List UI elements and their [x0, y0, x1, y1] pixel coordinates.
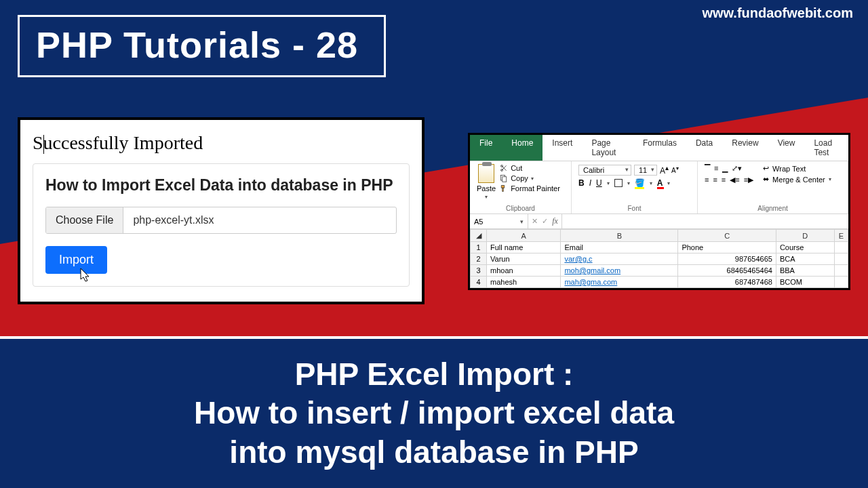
cell[interactable]: BCOM: [776, 277, 834, 288]
cell[interactable]: moh@gmail.com: [561, 265, 678, 277]
cell[interactable]: mahesh: [487, 277, 561, 288]
row-header[interactable]: 1: [471, 242, 487, 253]
font-size-select[interactable]: 11: [634, 165, 657, 176]
cell[interactable]: BBA: [776, 265, 834, 277]
formula-bar: A5▾ ✕✓fx: [470, 214, 848, 229]
cell[interactable]: Email: [561, 242, 678, 253]
tab-view[interactable]: View: [768, 135, 805, 161]
cell[interactable]: mah@gma.com: [561, 277, 678, 288]
ribbon-tabs: FileHomeInsertPage LayoutFormulasDataRev…: [470, 135, 848, 161]
align-left-icon[interactable]: ≡: [705, 176, 709, 184]
font-group: Calibri 11 A▴ A▾ B I U▾ ▾ 🪣▾ A▾ Font: [572, 161, 698, 214]
underline-button[interactable]: U: [596, 178, 602, 188]
indent-decrease-icon[interactable]: ◀≡: [730, 176, 739, 184]
italic-button[interactable]: I: [589, 178, 591, 188]
footer-text: PHP Excel Import : How to insert / impor…: [194, 355, 674, 472]
php-form-panel: Successfully Imported How to Import Exce…: [18, 117, 425, 304]
chevron-down-icon: ▾: [485, 194, 488, 200]
col-header[interactable]: B: [561, 230, 678, 242]
excel-panel: FileHomeInsertPage LayoutFormulasDataRev…: [468, 133, 850, 290]
wrap-text-button[interactable]: ↩Wrap Text: [763, 164, 831, 173]
cursor-icon: [78, 267, 92, 283]
align-center-icon[interactable]: ≡: [713, 176, 717, 184]
cell[interactable]: 68465465464: [678, 265, 776, 277]
fx-cancel-icon[interactable]: ✕: [532, 217, 538, 226]
fx-confirm-icon[interactable]: ✓: [542, 217, 548, 226]
copy-button[interactable]: Copy ▾: [500, 174, 560, 182]
cell[interactable]: Varun: [487, 253, 561, 265]
paste-button[interactable]: Paste ▾: [477, 164, 496, 200]
clipboard-group: Paste ▾ Cut Copy ▾ Format Painter Clipbo…: [470, 161, 572, 214]
cell[interactable]: 987654665: [678, 253, 776, 265]
ribbon: Paste ▾ Cut Copy ▾ Format Painter Clipbo…: [470, 161, 848, 214]
font-name-select[interactable]: Calibri: [578, 165, 631, 176]
alignment-group-label: Alignment: [705, 205, 841, 212]
formula-input[interactable]: [562, 214, 848, 228]
merge-center-button[interactable]: ⬌Merge & Center ▾: [763, 175, 831, 184]
tab-formulas[interactable]: Formulas: [633, 135, 686, 161]
col-header[interactable]: D: [776, 230, 834, 242]
cell[interactable]: var@g.c: [561, 253, 678, 265]
tab-file[interactable]: File: [470, 135, 502, 161]
fill-color-button[interactable]: 🪣: [635, 178, 645, 188]
header-title: PHP Tutorials - 28: [36, 24, 358, 66]
font-color-button[interactable]: A: [657, 178, 663, 188]
import-card: How to Import Excel Data into database i…: [33, 163, 410, 287]
col-header[interactable]: C: [678, 230, 776, 242]
cell[interactable]: Full name: [487, 242, 561, 253]
align-bottom-icon[interactable]: ▁: [722, 164, 728, 173]
row-header[interactable]: 2: [471, 253, 487, 265]
tab-data[interactable]: Data: [686, 135, 722, 161]
clipboard-group-label: Clipboard: [477, 205, 564, 212]
tab-page-layout[interactable]: Page Layout: [582, 135, 633, 161]
cell[interactable]: BCA: [776, 253, 834, 265]
paste-icon: [478, 164, 494, 183]
format-painter-button[interactable]: Format Painter: [500, 184, 560, 192]
row-header[interactable]: 4: [471, 277, 487, 288]
tab-load-test[interactable]: Load Test: [804, 135, 848, 161]
cell[interactable]: [834, 242, 848, 253]
border-button[interactable]: [614, 179, 623, 187]
wrap-icon: ↩: [763, 164, 769, 173]
col-header[interactable]: A: [487, 230, 561, 242]
cell[interactable]: [834, 277, 848, 288]
align-middle-icon[interactable]: ≡: [714, 164, 718, 173]
fx-icon[interactable]: fx: [552, 216, 558, 226]
cell[interactable]: Phone: [678, 242, 776, 253]
align-right-icon[interactable]: ≡: [722, 176, 726, 184]
row-header[interactable]: 3: [471, 265, 487, 277]
decrease-font-icon[interactable]: A▾: [671, 165, 679, 174]
cell[interactable]: 687487468: [678, 277, 776, 288]
site-url: www.fundaofwebit.com: [702, 5, 853, 21]
merge-icon: ⬌: [763, 175, 769, 184]
tab-review[interactable]: Review: [722, 135, 768, 161]
spreadsheet[interactable]: ◢ABCDE 1Full nameEmailPhoneCourse2Varunv…: [470, 229, 848, 288]
brush-icon: [500, 184, 508, 192]
increase-font-icon[interactable]: A▴: [660, 164, 669, 176]
orientation-icon[interactable]: ⤢▾: [732, 164, 742, 173]
cell[interactable]: [834, 265, 848, 277]
choose-file-button[interactable]: Choose File: [46, 207, 123, 233]
font-group-label: Font: [578, 205, 690, 212]
alignment-group: ▔ ≡ ▁ ⤢▾ ≡ ≡ ≡ ◀≡ ≡▶ ↩Wrap Text ⬌: [698, 161, 848, 214]
cell[interactable]: Course: [776, 242, 834, 253]
cut-button[interactable]: Cut: [500, 164, 560, 172]
tab-home[interactable]: Home: [502, 135, 542, 161]
paste-label: Paste: [477, 184, 496, 192]
align-top-icon[interactable]: ▔: [705, 164, 710, 173]
header-title-bar: PHP Tutorials - 28: [18, 15, 386, 77]
name-box[interactable]: A5▾: [470, 214, 528, 228]
indent-increase-icon[interactable]: ≡▶: [744, 176, 753, 184]
select-all-corner[interactable]: ◢: [471, 230, 487, 242]
footer-banner: PHP Excel Import : How to insert / impor…: [0, 336, 868, 488]
cell[interactable]: mhoan: [487, 265, 561, 277]
file-input[interactable]: Choose File php-excel-yt.xlsx: [45, 207, 397, 234]
col-header[interactable]: E: [834, 230, 848, 242]
selected-filename: php-excel-yt.xlsx: [123, 207, 396, 233]
import-button[interactable]: Import: [45, 246, 107, 274]
success-message: Successfully Imported: [33, 132, 410, 154]
tab-insert[interactable]: Insert: [542, 135, 582, 161]
bold-button[interactable]: B: [578, 178, 585, 188]
cell[interactable]: [834, 253, 848, 265]
svg-rect-3: [502, 177, 507, 182]
